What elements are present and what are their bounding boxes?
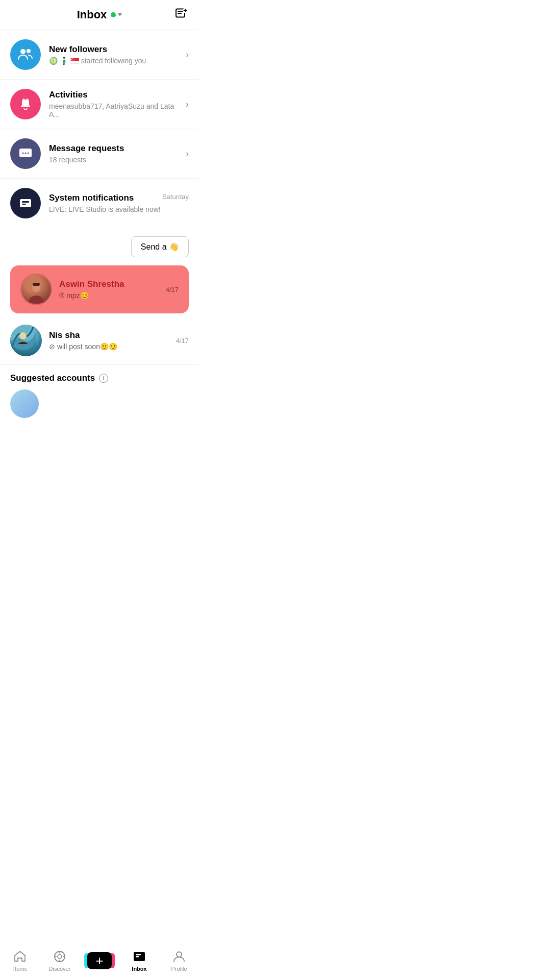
info-icon[interactable]: i (99, 374, 108, 383)
chevron-down-icon (118, 13, 122, 16)
chevron-right-icon: › (186, 50, 189, 60)
activities-avatar (10, 89, 41, 119)
notif-sub-followers: ♍ 🧍🏻‍♂️ 🇸🇬 started following you (49, 57, 178, 65)
svg-rect-27 (134, 952, 145, 961)
discover-icon (53, 949, 67, 964)
messages-avatar (10, 138, 41, 169)
svg-rect-18 (33, 283, 40, 286)
svg-point-22 (58, 954, 62, 959)
notif-title-msgreq: Message requests (49, 143, 178, 154)
nav-item-profile[interactable]: Profile (164, 949, 194, 972)
create-btn-wrap: + (84, 951, 115, 970)
svg-point-11 (25, 153, 27, 154)
header-title-wrap: Inbox (77, 8, 122, 21)
svg-point-10 (22, 153, 24, 154)
header: Inbox (0, 0, 199, 30)
nav-label-inbox: Inbox (132, 966, 146, 972)
svg-point-7 (27, 49, 31, 53)
msg-content-aswin: Aswin Shrestha ® mpz😊 (59, 279, 159, 300)
online-dot (111, 12, 116, 17)
home-svg (13, 950, 27, 963)
msg-date-aswin: 4/17 (166, 286, 179, 293)
notif-sub-system: LIVE: LIVE Studio is available now! (49, 205, 189, 213)
profile-svg (172, 950, 186, 963)
system-timestamp: Saturday (162, 193, 189, 201)
notif-title-activities: Activities (49, 90, 178, 100)
nav-item-inbox[interactable]: Inbox (124, 949, 155, 972)
message-icon (17, 145, 34, 162)
system-icon (17, 195, 34, 211)
notif-row-new-followers[interactable]: New followers ♍ 🧍🏻‍♂️ 🇸🇬 started followi… (0, 30, 199, 80)
msg-row-aswin[interactable]: Aswin Shrestha ® mpz😊 4/17 (10, 265, 189, 313)
compose-button[interactable] (174, 7, 189, 23)
msg-date-nisha: 4/17 (176, 337, 189, 345)
notif-sub-activities: meenasubba717, AatriyaSuzu and Lata A... (49, 102, 178, 118)
svg-rect-14 (22, 201, 29, 203)
home-icon (13, 949, 27, 964)
chevron-right-icon-2: › (186, 99, 189, 110)
notif-content-activities: Activities meenasubba717, AatriyaSuzu an… (49, 90, 178, 118)
svg-point-6 (20, 49, 26, 54)
profile-icon (172, 949, 186, 964)
online-indicator[interactable] (111, 12, 122, 17)
nisha-avatar-svg (10, 325, 36, 350)
nav-item-home[interactable]: Home (5, 949, 35, 972)
nav-item-discover[interactable]: Discover (44, 949, 75, 972)
page-title: Inbox (77, 8, 107, 21)
nav-label-home: Home (12, 966, 27, 972)
msg-sub-aswin: ® mpz😊 (59, 291, 159, 300)
notif-sub-msgreq: 18 requests (49, 156, 178, 164)
svg-rect-15 (22, 204, 26, 205)
svg-rect-29 (136, 956, 139, 958)
msg-row-nisha[interactable]: Nis sha ⊘ will post soon🙂🙂 4/17 (0, 316, 199, 365)
notif-row-activities[interactable]: Activities meenasubba717, AatriyaSuzu an… (0, 80, 199, 129)
bell-icon (18, 96, 33, 112)
avatar-aswin (20, 274, 52, 305)
followers-icon (17, 46, 34, 63)
suggested-title-text: Suggested accounts (10, 373, 95, 383)
svg-point-30 (177, 952, 182, 957)
msg-name-aswin: Aswin Shrestha (59, 279, 159, 289)
suggested-avatar-preview (10, 389, 39, 418)
svg-point-8 (24, 97, 27, 100)
nisha-avatar-img (10, 325, 42, 356)
suggested-section: Suggested accounts i (0, 365, 199, 422)
system-avatar (10, 188, 41, 218)
create-center: + (87, 952, 112, 969)
nav-label-discover: Discover (49, 966, 71, 972)
svg-point-20 (19, 332, 27, 339)
msg-content-nisha: Nis sha ⊘ will post soon🙂🙂 (49, 330, 169, 351)
notif-title-system: System notifications (49, 193, 134, 203)
aswin-avatar-img (21, 275, 51, 304)
aswin-avatar-svg (23, 279, 49, 304)
send-wave-button[interactable]: Send a 👋 (131, 236, 189, 257)
bottom-spacer (0, 422, 199, 463)
msg-name-nisha: Nis sha (49, 330, 169, 340)
nav-item-create[interactable]: + (84, 951, 115, 970)
plus-icon: + (95, 954, 103, 967)
notif-content-msgreq: Message requests 18 requests (49, 143, 178, 164)
discover-svg (53, 950, 66, 963)
chevron-right-icon-3: › (186, 149, 189, 159)
compose-icon (174, 7, 189, 21)
aswin-msg-wrapper: Aswin Shrestha ® mpz😊 4/17 (0, 265, 199, 313)
notif-row-system[interactable]: System notifications Saturday LIVE: LIVE… (0, 179, 199, 228)
suggested-title: Suggested accounts i (10, 373, 189, 383)
notif-content-followers: New followers ♍ 🧍🏻‍♂️ 🇸🇬 started followi… (49, 44, 178, 65)
nav-label-profile: Profile (171, 966, 187, 972)
notif-row-messages[interactable]: Message requests 18 requests › (0, 129, 199, 179)
notif-title-followers: New followers (49, 44, 178, 55)
bottom-nav: Home Discover + (0, 944, 199, 980)
avatar-nisha (10, 325, 42, 356)
followers-avatar (10, 39, 41, 70)
svg-point-12 (28, 153, 29, 154)
send-wave-section: Send a 👋 (0, 228, 199, 265)
inbox-icon (132, 949, 146, 964)
svg-rect-28 (136, 954, 141, 955)
inbox-svg (133, 950, 146, 963)
msg-sub-nisha: ⊘ will post soon🙂🙂 (49, 342, 169, 351)
notif-content-system: System notifications Saturday LIVE: LIVE… (49, 193, 189, 213)
svg-rect-13 (20, 199, 31, 207)
